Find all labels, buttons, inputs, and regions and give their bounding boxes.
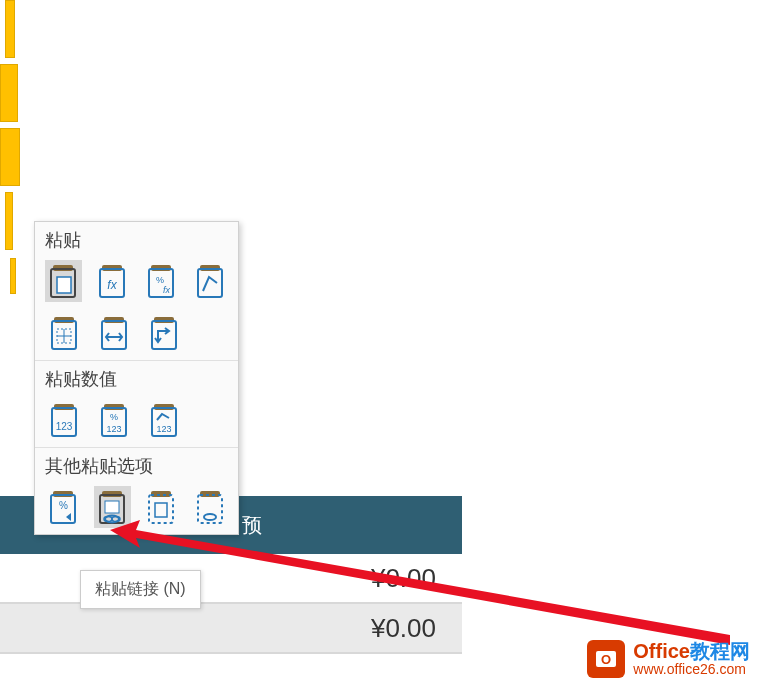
tooltip-paste-link: 粘贴链接 (N) <box>80 570 201 609</box>
svg-rect-11 <box>198 269 222 297</box>
section-title-other: 其他粘贴选项 <box>35 448 238 482</box>
paste-picture-icon[interactable] <box>143 486 180 528</box>
svg-text:O: O <box>601 652 611 667</box>
svg-text:fx: fx <box>107 278 117 292</box>
paste-values-icon[interactable]: 123 <box>45 399 83 441</box>
cell-value: ¥0.00 <box>371 563 436 594</box>
paste-keep-column-width-icon[interactable] <box>95 312 133 354</box>
svg-rect-2 <box>57 277 71 293</box>
svg-rect-43 <box>149 495 173 523</box>
paste-keep-source-icon[interactable] <box>191 260 228 302</box>
svg-point-47 <box>204 514 216 520</box>
svg-text:%: % <box>156 275 164 285</box>
table-row: ¥0.00 <box>0 604 462 654</box>
watermark-url: www.office26.com <box>633 662 750 677</box>
paste-link-icon[interactable] <box>94 486 131 528</box>
paste-formulas-formatting-icon[interactable]: %fx <box>143 260 180 302</box>
header-label: 预 <box>242 512 262 539</box>
section-title-values: 粘贴数值 <box>35 361 238 395</box>
svg-text:123: 123 <box>56 421 73 432</box>
svg-text:%: % <box>110 412 118 422</box>
tooltip-text: 粘贴链接 (N) <box>95 580 186 597</box>
svg-rect-38 <box>105 501 119 513</box>
watermark: O Office教程网 www.office26.com <box>587 640 750 678</box>
svg-rect-21 <box>152 321 176 349</box>
cell-value: ¥0.00 <box>371 613 436 644</box>
paste-no-borders-icon[interactable] <box>45 312 83 354</box>
paste-options-panel: 粘贴 fx %fx 粘贴数值 123 %123 <box>34 221 239 535</box>
svg-marker-35 <box>66 513 71 521</box>
table-row: ¥0.00 <box>0 554 462 604</box>
section-title-paste: 粘贴 <box>35 222 238 256</box>
svg-rect-18 <box>102 321 126 349</box>
paste-transpose-icon[interactable] <box>145 312 183 354</box>
svg-rect-46 <box>198 495 222 523</box>
svg-rect-44 <box>155 503 167 517</box>
watermark-title: Office教程网 <box>633 640 750 662</box>
watermark-badge: O <box>587 640 625 678</box>
svg-text:123: 123 <box>156 424 171 434</box>
paste-values-number-format-icon[interactable]: %123 <box>95 399 133 441</box>
paste-values-source-format-icon[interactable]: 123 <box>145 399 183 441</box>
svg-text:fx: fx <box>163 285 171 295</box>
paste-formatting-icon[interactable]: % <box>45 486 82 528</box>
paste-icon[interactable] <box>45 260 82 302</box>
paste-linked-picture-icon[interactable] <box>191 486 228 528</box>
svg-text:123: 123 <box>106 424 121 434</box>
paste-formulas-icon[interactable]: fx <box>94 260 131 302</box>
svg-text:%: % <box>59 500 68 511</box>
